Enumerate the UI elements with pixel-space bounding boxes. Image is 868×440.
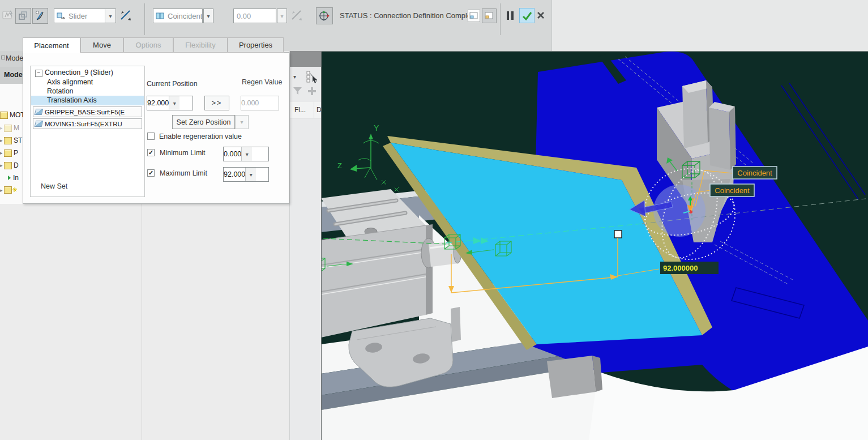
connection-tree: − Connection_9 (Slider) Axis alignment R… [30,66,145,197]
slider-joint-icon [57,12,66,20]
tab-placement[interactable]: Placement [23,37,80,53]
3d-viewport[interactable]: Y Z [321,51,868,440]
tree-item[interactable]: ▸ST [0,136,23,144]
cylinder-end-face[interactable] [426,224,433,315]
cancel-button[interactable] [536,11,546,20]
plate-foot[interactable] [547,356,596,398]
z-axis-label: Z [337,161,342,170]
tree-item[interactable]: MOTI [0,111,23,119]
connection-type-value: Slider [66,12,105,20]
min-limit-combo[interactable]: 0.000 ▾ [223,147,269,161]
flip-axis-icon[interactable] [119,8,132,22]
new-set-link[interactable]: New Set [41,182,67,190]
current-position-label: Current Position [147,80,198,88]
reference-moving1[interactable]: MOVING1:Surf:F5(EXTRU [33,118,142,129]
tree-item[interactable]: ▸ [0,186,23,194]
flip-axis-icon-disabled [290,8,303,22]
drag-handle[interactable] [614,230,622,238]
constraint-type-dropdown[interactable]: ▾ [203,8,213,23]
model-tree-title: Model [0,67,23,84]
panel-window-active-icon[interactable] [482,8,497,23]
expand-icon[interactable]: ▸ [0,138,4,143]
expand-icon[interactable]: ▸ [0,125,4,131]
insert-arrow-icon [3,174,11,181]
surface-icon [35,109,44,115]
max-limit-label: Maximum Limit [160,169,207,177]
constraint-type-combo[interactable]: Coincident [153,8,203,23]
max-limit-dropdown[interactable]: ▾ [245,168,256,181]
part-icon [0,112,8,119]
tree-item[interactable]: ▸M [0,124,23,132]
min-limit-checkbox[interactable]: ✓ [147,149,155,156]
connect-toggle-button[interactable] [15,8,31,24]
collapse-icon[interactable]: − [35,70,42,77]
dimension-value[interactable]: 92.000000 [663,264,698,272]
set-zero-position-button[interactable]: Set Zero Position [172,115,235,129]
check-icon [521,11,533,21]
pause-button[interactable] [506,11,515,22]
current-position-dropdown[interactable]: ▾ [169,96,179,110]
max-limit-combo[interactable]: 92.000 ▾ [223,167,269,182]
translation-axis-selected-row[interactable]: Translation Axis [31,96,144,105]
rotation-node[interactable]: Rotation [47,87,74,95]
toolbar-divider [144,3,145,35]
gripper-pillar2-side[interactable] [729,106,736,170]
constraint-type-value: Coincident [165,12,202,20]
tree-item[interactable]: ▸P [0,149,23,157]
surface-icon [35,121,44,127]
hidden-panel-strip: ▾ Fl... D [289,51,321,440]
gripper-pillar2-front[interactable] [709,108,730,170]
part-icon [4,137,12,144]
offset-value-dropdown: ▾ [277,8,287,23]
min-limit-label: Minimum Limit [160,149,206,157]
tree-header-icon [1,55,5,59]
connection-type-combo[interactable]: Slider ▾ [54,8,116,23]
filter-icon [292,86,303,96]
tab-properties[interactable]: Properties [228,37,284,53]
drag-point-toggle-button[interactable] [32,8,48,24]
set-zero-dropdown: ▾ [235,115,249,129]
transfer-value-button[interactable]: >> [204,96,229,110]
coincident-tag-1-text: Coincident [737,169,772,177]
expand-icon[interactable]: ▸ [0,163,4,168]
connection-type-dropdown[interactable]: ▾ [105,9,116,23]
offset-value-combo: 0.00 [233,8,276,23]
select-items-icon[interactable] [306,70,320,85]
panel-splitter[interactable] [142,204,142,440]
part-icon [4,149,12,157]
max-limit-checkbox[interactable]: ✓ [147,169,155,177]
confirm-button[interactable] [519,8,535,23]
enable-regen-checkbox[interactable] [147,133,155,140]
mechanism-placement-icon [2,9,14,22]
lower-left-background [0,204,289,440]
application-window: Slider ▾ Coincident ▾ 0.00 ▾ STATUS [0,0,868,440]
expand-icon[interactable]: ▸ [0,187,4,193]
tree-insert-here[interactable]: In [0,174,23,182]
placement-panel: − Connection_9 (Slider) Axis alignment R… [23,52,289,204]
part-icon [4,162,12,169]
model-tree-tab-header[interactable]: Mode [0,51,23,67]
offset-value: 0.00 [234,12,276,20]
tree-header-label: Mode [6,54,23,62]
panel-window-icon[interactable] [468,10,480,22]
panel-dropdown-icon[interactable]: ▾ [293,74,296,80]
add-icon [307,86,317,96]
hidden-panel-titlebar [290,51,322,67]
expand-icon[interactable]: ▸ [0,150,4,156]
placement-csys-button[interactable] [316,7,333,24]
col-divider [314,102,314,118]
tab-options: Options [123,37,173,53]
tree-item[interactable]: ▸D [0,161,23,169]
axis-alignment-node[interactable]: Axis alignment [47,78,93,86]
bracket-tab[interactable] [451,307,461,342]
regen-value-field: 0.000 [241,96,279,110]
reference-gripper-base[interactable]: GRIPPER_BASE:Surf:F5(E [33,106,142,117]
min-limit-dropdown[interactable]: ▾ [241,147,252,161]
connection-root-node[interactable]: Connection_9 (Slider) [45,69,113,76]
part-icon-new [4,186,12,194]
status-message: STATUS : Connection Definition Complete. [340,11,480,20]
model-tree-panel: MOTI ▸M ▸ST ▸P ▸D In ▸ [0,84,23,204]
regen-value-label: Regen Value [242,78,282,86]
tab-move[interactable]: Move [80,37,123,53]
current-position-combo[interactable]: 92.000 ▾ [147,96,193,110]
